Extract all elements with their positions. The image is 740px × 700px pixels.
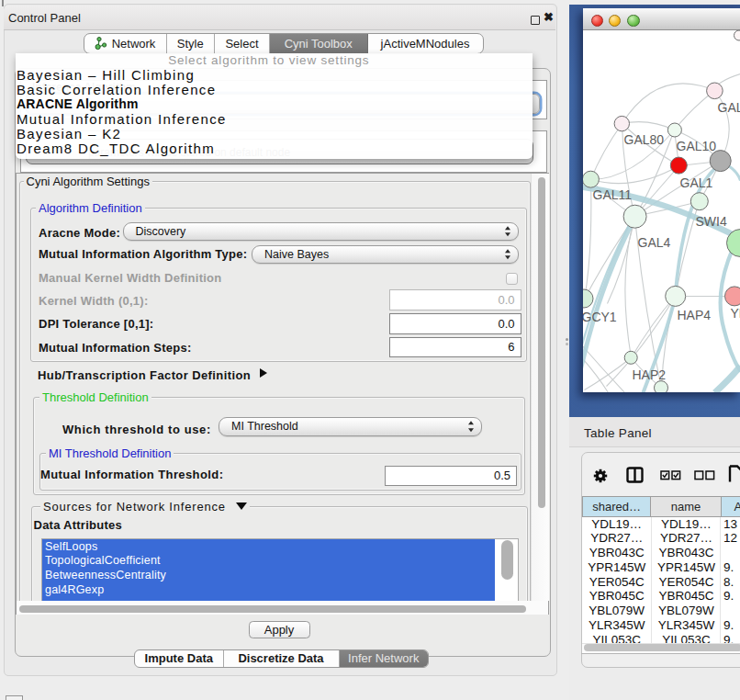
svg-text:HAP4: HAP4: [677, 307, 711, 322]
svg-text:GAL80: GAL80: [623, 131, 664, 146]
svg-text:GAL4: GAL4: [637, 235, 670, 250]
svg-text:YL: YL: [730, 306, 740, 321]
svg-text:SWI4: SWI4: [695, 214, 726, 229]
svg-text:GAL7: GAL7: [717, 99, 740, 114]
svg-text:GAL10: GAL10: [676, 138, 716, 152]
svg-text:GCY1: GCY1: [583, 310, 617, 324]
svg-text:GAL11: GAL11: [592, 186, 632, 201]
svg-text:GAL1: GAL1: [679, 175, 712, 190]
svg-text:HAP2: HAP2: [632, 367, 666, 381]
